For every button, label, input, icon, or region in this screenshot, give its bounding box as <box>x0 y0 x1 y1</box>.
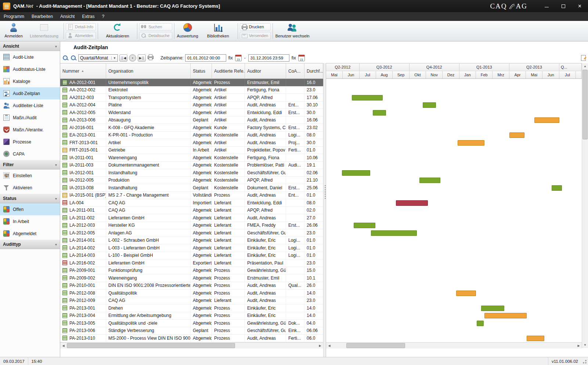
gantt-bar[interactable] <box>552 185 562 191</box>
zoom-out-icon[interactable] <box>70 55 77 61</box>
detailsuche-button[interactable]: Detailsuche <box>139 32 172 39</box>
vertical-scrollbar[interactable]: ▲ ▼ <box>582 63 588 348</box>
sidebar-item-aktivieren[interactable]: Aktivieren <box>0 182 60 194</box>
sidebar-item-audit-liste[interactable]: Audit-Liste <box>0 51 60 63</box>
table-row[interactable]: IA-2012-005ProduktionAbgemeldetKostenste… <box>60 177 323 185</box>
gantt-bar[interactable] <box>352 95 383 101</box>
table-row[interactable]: LA-2014-002L-003 - Lieferanten GmbHAbgem… <box>60 244 323 252</box>
table-row[interactable]: IA-2012-001InstandhaltungAbgemeldetKoste… <box>60 169 323 177</box>
sidebar-item-auditleiter-liste[interactable]: Auditleiter-Liste <box>0 99 60 112</box>
table-row[interactable]: PA-2012-008QualitätspolitikAbgemeldetPro… <box>60 289 323 297</box>
suchen-button[interactable]: Suchen <box>139 23 172 30</box>
sidebar-section-ansicht[interactable]: Ansicht▾ <box>0 41 60 51</box>
bibliotheken-button[interactable]: Bibliotheken <box>200 22 237 40</box>
table-row[interactable]: LA-2012-005Anlagen AGAbgemeldetLieferant… <box>60 229 323 237</box>
table-row[interactable]: AA-2012-004PlatineAbgemeldetArtikelAudit… <box>60 102 323 109</box>
table-row[interactable]: PA-2009-001FunktionsprüfungAbgemeldetPro… <box>60 267 323 275</box>
gantt-bar[interactable] <box>371 230 417 236</box>
table-row[interactable]: PA-2013-005Qualitätspolitik und -zieleAb… <box>60 320 323 327</box>
detail-info-button[interactable]: Detail-Info <box>66 23 96 30</box>
sidebar-item-einstellen[interactable]: Einstellen <box>0 169 60 182</box>
scroll-right-icon[interactable]: ▶ <box>317 343 323 348</box>
gantt-bar[interactable] <box>342 170 370 176</box>
table-row[interactable]: AI-2016-001K-008 - GFQ AkademieAbgemelde… <box>60 124 323 132</box>
scrollbar-thumb[interactable] <box>346 343 405 348</box>
sidebar-item-abgemeldet[interactable]: Abgemeldet <box>0 227 60 240</box>
table-row[interactable]: PA-2009-002WareneingangAbgemeldetProzess… <box>60 274 323 282</box>
sidebar-section-filter[interactable]: Filter▾ <box>0 160 60 169</box>
menu-item-bearbeiten[interactable]: Bearbeiten <box>28 12 57 21</box>
gantt-bar[interactable] <box>373 110 386 116</box>
print-schedule-button[interactable] <box>147 54 156 62</box>
abmelden-button[interactable]: Abmelden <box>66 32 96 39</box>
scroll-left-icon[interactable]: ◀ <box>60 343 66 348</box>
resize-grip[interactable] <box>581 358 587 364</box>
table-row[interactable]: LA-004CAQ AGImportiertLieferantEntwicklu… <box>60 199 323 207</box>
menu-item-item[interactable]: ? <box>98 12 108 21</box>
sidebar-item-in-arbeit[interactable]: In Arbeit <box>0 215 60 227</box>
gantt-bar[interactable] <box>534 117 559 123</box>
table-row[interactable]: AA-2012-002ElektroteilAbgemeldetArtikelF… <box>60 87 323 94</box>
scroll-up-icon[interactable]: ▲ <box>582 63 588 69</box>
sidebar-item-offen[interactable]: Offen <box>0 203 60 215</box>
table-row[interactable]: LA-2011-001CAQ AGAbgemeldetLieferantAPQP… <box>60 207 323 215</box>
aktualisieren-button[interactable]: Aktualisieren <box>99 22 136 40</box>
table-row[interactable]: PA-2013-010MS-2000 - Process View DIN EN… <box>60 335 323 342</box>
sidebar-item-audit-zeitplan[interactable]: Audit-Zeitplan <box>0 87 60 99</box>
anmelden-button[interactable]: Anmelden <box>1 22 26 40</box>
panel-splitter[interactable] <box>323 63 326 357</box>
maximize-button[interactable] <box>555 0 571 12</box>
calendar-from-button[interactable]: 23 <box>235 55 242 61</box>
menu-item-ansicht[interactable]: Ansicht <box>57 12 78 21</box>
scrollbar-thumb[interactable] <box>67 343 235 348</box>
zoom-in-icon[interactable] <box>62 55 69 61</box>
column-header-organisation[interactable]: Organisation <box>106 63 191 79</box>
table-row[interactable]: PA-2012-009CAQ AGAbgemeldetLieferantAudi… <box>60 297 323 305</box>
gantt-bar[interactable] <box>458 140 484 146</box>
table-row[interactable]: IA-2013-008InstandhaltungGeplantKostenst… <box>60 184 323 192</box>
scrollbar-thumb[interactable] <box>582 70 588 139</box>
first-period-button[interactable]: ❘◀ <box>119 54 127 62</box>
drucken-button[interactable]: Drucken <box>240 23 271 30</box>
menu-item-extras[interactable]: Extras <box>78 12 98 21</box>
table-row[interactable]: IA-2011-001WareneingangAbgemeldetKostens… <box>60 154 323 162</box>
gantt-bar[interactable] <box>477 321 483 326</box>
table-row[interactable]: LA-2011-002Lieferanten GmbHAbgemeldetLie… <box>60 214 323 222</box>
table-row[interactable]: PA-2013-001DrehenAbgemeldetProzessEinkäu… <box>60 304 323 312</box>
sidebar-item-ma-n-audit[interactable]: Maßn./Audit <box>0 112 60 124</box>
table-horizontal-scrollbar[interactable]: ◀ ▶ <box>60 342 323 348</box>
sidebar-item-ma-n-verantw[interactable]: Maßn./Verantw. <box>0 124 60 136</box>
listenerfassung-button[interactable]: Listenerfassung <box>26 22 62 40</box>
menu-item-programm[interactable]: Programm <box>0 12 28 21</box>
sidebar-item-kataloge[interactable]: Kataloge <box>0 75 60 87</box>
table-row[interactable]: FRT-2015-001GetriebeIn ArbeitArtikelProj… <box>60 147 323 154</box>
sidebar-item-capa[interactable]: CAPA <box>0 148 60 160</box>
table-row[interactable]: IA-2015-001 (BSP)MS 2.7 - Change Managem… <box>60 192 323 200</box>
table-row[interactable]: AA2012-003TransportsystemAbgemeldetArtik… <box>60 94 323 102</box>
current-period-button[interactable]: ● <box>129 54 136 62</box>
sidebar-section-status[interactable]: Status▾ <box>0 194 60 203</box>
table-row[interactable]: LA-2012-003Hersteller KGAbgemeldetLiefer… <box>60 222 323 230</box>
gantt-options-button[interactable] <box>580 55 587 61</box>
scroll-right-icon[interactable]: ▶ <box>576 343 582 348</box>
sidebar-section-audittyp[interactable]: Audittyp▾ <box>0 240 60 249</box>
scroll-left-icon[interactable]: ◀ <box>326 343 332 348</box>
table-row[interactable]: PA-2010-001DIN EN ISO 9001:2008 Prozesso… <box>60 282 323 290</box>
sidebar-item-auditstatus-liste[interactable]: Auditstatus-Liste <box>0 63 60 75</box>
last-period-button[interactable]: ▶❘ <box>138 54 146 62</box>
table-row[interactable]: AA-2012-001UnternehmenspolitikAbgemeldet… <box>60 79 323 87</box>
scroll-down-icon[interactable]: ▼ <box>582 342 588 348</box>
date-from-field[interactable]: 01.01.2012 00:00 <box>185 54 226 62</box>
auswertung-button[interactable]: Auswertung <box>176 22 200 40</box>
scale-select[interactable]: Quartal/Monat ▼ <box>78 54 118 62</box>
table-row[interactable]: LA-2016-002Lieferanten GmbHExportiertLie… <box>60 259 323 267</box>
column-header-nummer[interactable]: Nummer▲ <box>60 63 106 79</box>
gantt-bar[interactable] <box>481 306 504 311</box>
table-row[interactable]: AA-2012-005WiderstandAbgemeldetArtikelEn… <box>60 109 323 117</box>
date-to-field[interactable]: 31.12.2016 23:59 <box>248 54 289 62</box>
table-row[interactable]: PA-2013-004Ermittlung der Arbeitsumgebun… <box>60 312 323 320</box>
benutzer-wechseln-button[interactable]: Benutzer wechseln <box>274 22 311 40</box>
versenden-button[interactable]: Versenden <box>240 32 271 39</box>
close-button[interactable]: × <box>571 0 588 12</box>
table-row[interactable]: FRT-2013-001ArtikelAbgemeldetArtikelAudi… <box>60 139 323 147</box>
